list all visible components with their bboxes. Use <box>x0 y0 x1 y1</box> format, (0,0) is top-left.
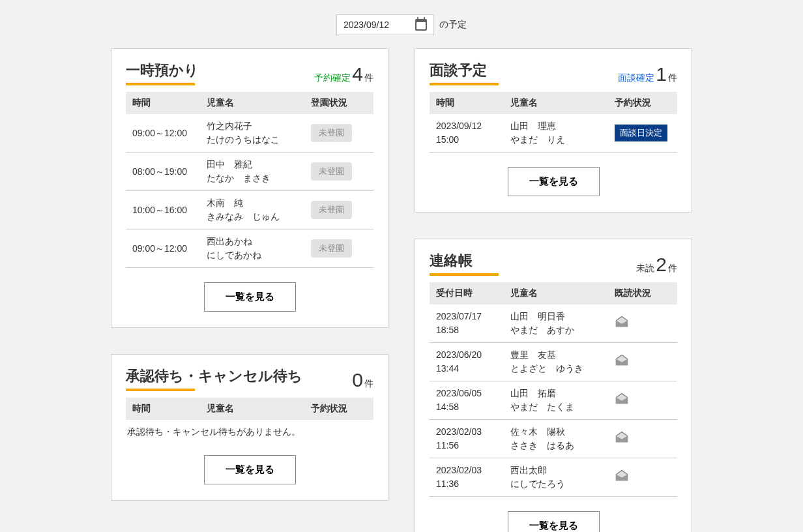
count-label: 面談確定 <box>618 72 654 84</box>
card-interview: 面談予定 面談確定 1 件 時間 児童名 予約状況 <box>415 48 692 213</box>
card-title: 一時預かり <box>126 61 199 84</box>
cell-status: 未登園 <box>304 114 373 153</box>
count-number: 1 <box>656 65 667 84</box>
date-value: 2023/09/12 <box>343 20 389 30</box>
view-list-button[interactable]: 一覧を見る <box>204 282 296 312</box>
cell-child: 山田 拓磨やまだ たくま <box>504 381 608 420</box>
cell-child: 西出あかねにしであかね <box>200 229 304 268</box>
col-time: 受付日時 <box>430 282 504 304</box>
cell-child: 竹之内花子たけのうちはなこ <box>200 114 304 153</box>
col-status: 既読状況 <box>608 282 677 304</box>
status-interview-decided: 面談日決定 <box>615 125 667 141</box>
view-list-button[interactable]: 一覧を見る <box>204 455 296 484</box>
table-row: 2023/06/2013:44 豊里 友基とよざと ゆうき <box>430 343 677 381</box>
cell-time: 2023/09/1215:00 <box>430 114 504 153</box>
table-row: 2023/02/0311:36 西出太郎にしでたろう <box>430 458 677 497</box>
cell-status <box>608 458 677 497</box>
view-list-button[interactable]: 一覧を見る <box>508 167 600 196</box>
count-unit: 件 <box>364 378 373 390</box>
card-title: 面談予定 <box>430 61 487 84</box>
table-row: 2023/06/0514:58 山田 拓磨やまだ たくま <box>430 381 677 420</box>
envelope-icon <box>615 315 628 325</box>
col-status: 予約状況 <box>608 92 677 114</box>
count-unit: 件 <box>668 263 677 274</box>
table-row: 2023/07/1718:58 山田 明日香やまだ あすか <box>430 304 677 343</box>
envelope-icon <box>615 430 628 441</box>
envelope-icon <box>615 353 628 364</box>
calendar-icon <box>415 19 427 31</box>
count-unit: 件 <box>364 72 373 84</box>
col-time: 時間 <box>126 92 200 114</box>
count-label: 予約確定 <box>314 72 351 84</box>
card-title: 承認待ち・キャンセル待ち <box>126 366 302 390</box>
count-label: 未読 <box>636 263 654 274</box>
date-picker[interactable]: 2023/09/12 <box>336 14 434 35</box>
card-notebook: 連絡帳 未読 2 件 受付日時 児童名 既読状況 <box>415 239 692 532</box>
table-row: 2023/02/0311:56 佐々木 陽秋ささき はるあ <box>430 420 677 458</box>
col-child: 児童名 <box>200 92 304 114</box>
count-number: 0 <box>352 370 363 390</box>
table-row: 08:00～19:00 田中 雅紀たなか まさき 未登園 <box>126 153 373 191</box>
count-number: 2 <box>656 255 667 274</box>
view-list-button[interactable]: 一覧を見る <box>508 511 600 532</box>
cell-status <box>608 420 677 458</box>
cell-child: 田中 雅紀たなか まさき <box>200 153 304 191</box>
cell-time: 2023/06/2013:44 <box>430 343 504 381</box>
count-unit: 件 <box>668 72 677 84</box>
cell-child: 山田 明日香やまだ あすか <box>504 304 608 343</box>
cell-child: 豊里 友基とよざと ゆうき <box>504 343 608 381</box>
col-time: 時間 <box>126 398 200 420</box>
status-not-arrived: 未登園 <box>311 239 352 258</box>
empty-message: 承認待ち・キャンセル待ちがありません。 <box>126 420 373 441</box>
table-row: 09:00～12:00 西出あかねにしであかね 未登園 <box>126 229 373 268</box>
cell-time: 2023/06/0514:58 <box>430 381 504 420</box>
date-suffix: の予定 <box>439 19 467 31</box>
cell-time: 09:00～12:00 <box>126 114 200 153</box>
cell-time: 10:00～16:00 <box>126 191 200 229</box>
table-row: 09:00～12:00 竹之内花子たけのうちはなこ 未登園 <box>126 114 373 153</box>
col-status: 登園状況 <box>304 92 373 114</box>
cell-status: 面談日決定 <box>608 114 677 153</box>
cell-child: 佐々木 陽秋ささき はるあ <box>504 420 608 458</box>
table-row: 2023/09/1215:00 山田 理恵やまだ りえ 面談日決定 <box>430 114 677 153</box>
col-status: 予約状況 <box>304 398 373 420</box>
card-temp-care: 一時預かり 予約確定 4 件 時間 児童名 登園状況 <box>111 48 388 328</box>
status-not-arrived: 未登園 <box>311 162 352 181</box>
card-pending: 承認待ち・キャンセル待ち 0 件 時間 児童名 予約状況 <box>111 354 388 501</box>
cell-status <box>608 304 677 343</box>
status-not-arrived: 未登園 <box>311 124 352 142</box>
cell-time: 2023/07/1718:58 <box>430 304 504 343</box>
count-number: 4 <box>352 65 363 84</box>
cell-child: 木南 純きみなみ じゅん <box>200 191 304 229</box>
card-title: 連絡帳 <box>430 251 473 274</box>
envelope-icon <box>615 469 628 479</box>
cell-time: 08:00～19:00 <box>126 153 200 191</box>
cell-child: 山田 理恵やまだ りえ <box>504 114 608 153</box>
cell-time: 09:00～12:00 <box>126 229 200 268</box>
table-row: 10:00～16:00 木南 純きみなみ じゅん 未登園 <box>126 191 373 229</box>
envelope-icon <box>615 392 628 402</box>
col-time: 時間 <box>430 92 504 114</box>
cell-child: 西出太郎にしでたろう <box>504 458 608 497</box>
cell-time: 2023/02/0311:36 <box>430 458 504 497</box>
cell-status <box>608 343 677 381</box>
status-not-arrived: 未登園 <box>311 201 352 219</box>
cell-status: 未登園 <box>304 191 373 229</box>
cell-time: 2023/02/0311:56 <box>430 420 504 458</box>
cell-status: 未登園 <box>304 229 373 268</box>
col-child: 児童名 <box>200 398 304 420</box>
col-child: 児童名 <box>504 92 608 114</box>
cell-status <box>608 381 677 420</box>
cell-status: 未登園 <box>304 153 373 191</box>
col-child: 児童名 <box>504 282 608 304</box>
